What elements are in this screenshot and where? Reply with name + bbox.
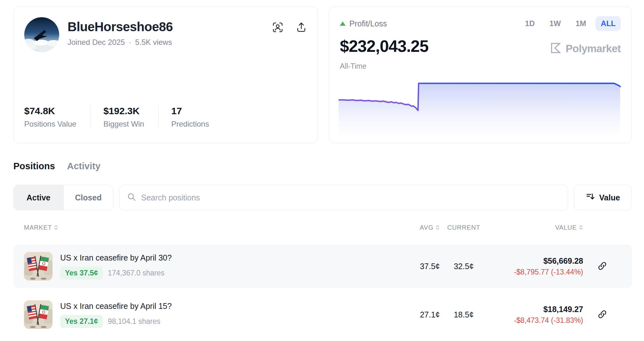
position-value: $18,149.27 (488, 305, 583, 314)
stat-label: Predictions (171, 120, 209, 129)
profile-page: BlueHorseshoe86 Joined Dec 2025 · 5.5K v… (0, 0, 644, 336)
position-sub: Yes 37.5¢ 174,367.0 shares (60, 267, 405, 280)
link-cell (583, 261, 621, 272)
stat-label: Positions Value (24, 120, 76, 129)
position-info: US x Iran ceasefire by April 15? Yes 27.… (60, 302, 405, 328)
link-cell (583, 309, 621, 320)
positions-list: US x Iran ceasefire by April 30? Yes 37.… (13, 245, 632, 336)
shares-count: 174,367.0 shares (108, 269, 165, 277)
position-info: US x Iran ceasefire by April 30? Yes 37.… (60, 253, 405, 280)
range-all[interactable]: ALL (596, 16, 621, 31)
header-current-label: CURRENT (447, 224, 480, 231)
market-link-button[interactable] (597, 261, 607, 272)
positions-controls: Active Closed Value (13, 185, 632, 210)
link-icon (597, 261, 607, 272)
scan-profile-button[interactable] (272, 22, 283, 34)
stat-label: Biggest Win (104, 120, 144, 129)
pnl-period: All-Time (340, 62, 621, 71)
outcome-badge: Yes 37.5¢ (60, 267, 103, 280)
avg-price: 37.5¢ (405, 262, 440, 271)
current-price: 18.5¢ (440, 310, 488, 319)
position-value: $56,669.28 (488, 256, 583, 266)
market-link-button[interactable] (597, 309, 607, 320)
pnl-area (339, 83, 620, 135)
section-tabs: Positions Activity (13, 161, 632, 171)
header-avg[interactable]: AVG (405, 224, 440, 231)
scan-user-icon (272, 22, 283, 34)
polymarket-logo-icon (549, 42, 562, 56)
header-market-label: MARKET (24, 224, 52, 231)
share-upload-icon (296, 22, 307, 34)
sort-chevrons-icon (435, 225, 440, 230)
segment-closed[interactable]: Closed (64, 185, 113, 210)
stat-value: 17 (171, 106, 209, 116)
position-change: -$8,795.77 (-13.44%) (488, 268, 583, 276)
search-icon (127, 192, 136, 203)
header-current: CURRENT (440, 224, 488, 231)
profile-stats: $74.8K Positions Value $192.3K Biggest W… (24, 106, 307, 132)
views-count: 5.5K views (135, 38, 172, 47)
header-market[interactable]: MARKET (24, 224, 405, 231)
profile-card: BlueHorseshoe86 Joined Dec 2025 · 5.5K v… (13, 6, 318, 143)
market-title[interactable]: US x Iran ceasefire by April 15? (60, 302, 405, 311)
position-row[interactable]: US x Iran ceasefire by April 30? Yes 37.… (13, 245, 632, 288)
market-thumbnail-us-iran-flags (24, 252, 53, 281)
shares-count: 98,104.1 shares (108, 317, 161, 326)
top-cards: BlueHorseshoe86 Joined Dec 2025 · 5.5K v… (13, 6, 632, 143)
stat-value: $192.3K (104, 106, 144, 116)
pnl-title: Profit/Loss (340, 19, 387, 28)
pnl-chart (339, 79, 621, 135)
stat-predictions: 17 Predictions (158, 106, 223, 129)
username: BlueHorseshoe86 (68, 20, 173, 34)
profile-actions (272, 17, 307, 34)
pnl-label: Profit/Loss (349, 19, 387, 28)
stat-biggest-win: $192.3K Biggest Win (90, 106, 158, 129)
sort-descending-icon (586, 192, 595, 203)
stat-positions-value: $74.8K Positions Value (24, 106, 90, 129)
avg-price: 27.1¢ (405, 310, 440, 319)
tab-activity[interactable]: Activity (67, 161, 101, 171)
pnl-amount: $232,043.25 (340, 37, 428, 56)
header-value[interactable]: VALUE (488, 224, 583, 231)
share-profile-button[interactable] (296, 22, 307, 34)
search-box (119, 185, 568, 210)
position-value-cell: $56,669.28 -$8,795.77 (-13.44%) (488, 256, 583, 276)
profile-header: BlueHorseshoe86 Joined Dec 2025 · 5.5K v… (24, 17, 307, 52)
sort-chevrons-icon (54, 225, 58, 230)
meta-dot: · (129, 38, 131, 47)
range-1w[interactable]: 1W (544, 16, 566, 31)
market-title[interactable]: US x Iran ceasefire by April 30? (60, 253, 405, 262)
status-segmented-control: Active Closed (13, 185, 113, 210)
position-sub: Yes 27.1¢ 98,104.1 shares (60, 315, 405, 328)
polymarket-watermark: Polymarket (549, 42, 621, 56)
profile-meta: Joined Dec 2025 · 5.5K views (68, 38, 173, 47)
outcome-badge: Yes 27.1¢ (60, 315, 103, 328)
watermark-text: Polymarket (566, 43, 621, 55)
link-icon (597, 309, 607, 320)
sort-button-label: Value (599, 193, 620, 202)
segment-active[interactable]: Active (14, 185, 64, 210)
position-change: -$8,473.74 (-31.83%) (488, 316, 583, 325)
joined-date: Joined Dec 2025 (68, 38, 125, 47)
positions-table-header: MARKET AVG CURRENT VALUE (13, 220, 632, 235)
pnl-header: Profit/Loss 1D 1W 1M ALL (340, 16, 621, 31)
sort-chevrons-icon (579, 225, 583, 230)
header-avg-label: AVG (420, 224, 433, 231)
sort-by-value-button[interactable]: Value (574, 185, 632, 210)
tab-positions[interactable]: Positions (13, 161, 55, 171)
range-1m[interactable]: 1M (570, 16, 591, 31)
header-value-label: VALUE (555, 224, 577, 231)
market-thumbnail-us-iran-flags (24, 300, 53, 329)
range-switcher: 1D 1W 1M ALL (520, 16, 621, 31)
profile-identity: BlueHorseshoe86 Joined Dec 2025 · 5.5K v… (68, 17, 173, 47)
search-input[interactable] (141, 193, 560, 202)
current-price: 32.5¢ (440, 262, 488, 271)
range-1d[interactable]: 1D (520, 16, 540, 31)
pnl-card: Profit/Loss 1D 1W 1M ALL $232,043.25 (329, 6, 632, 143)
pnl-value-row: $232,043.25 Polymarket (340, 37, 621, 56)
avatar (24, 17, 59, 52)
stat-value: $74.8K (24, 106, 76, 116)
position-row[interactable]: US x Iran ceasefire by April 15? Yes 27.… (13, 293, 632, 336)
position-value-cell: $18,149.27 -$8,473.74 (-31.83%) (488, 305, 583, 325)
up-triangle-icon (340, 21, 346, 26)
